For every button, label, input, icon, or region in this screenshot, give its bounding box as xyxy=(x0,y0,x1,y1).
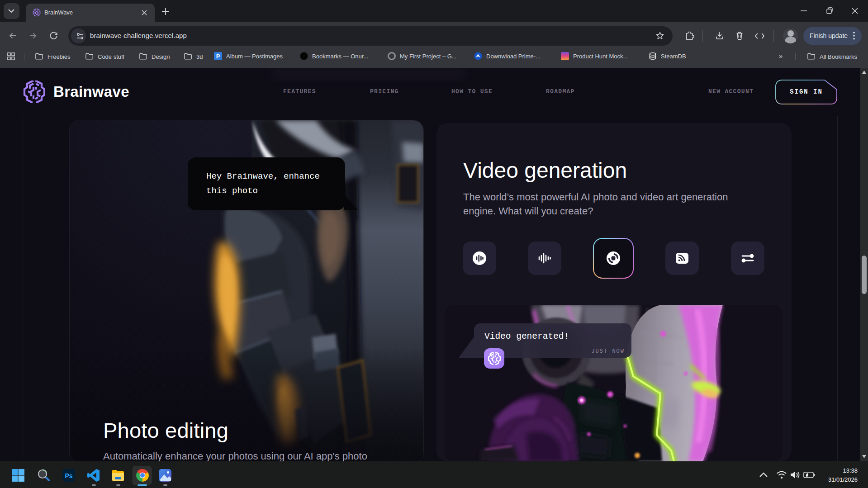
svg-text:P: P xyxy=(216,53,220,60)
svg-text:Ps: Ps xyxy=(65,472,72,479)
